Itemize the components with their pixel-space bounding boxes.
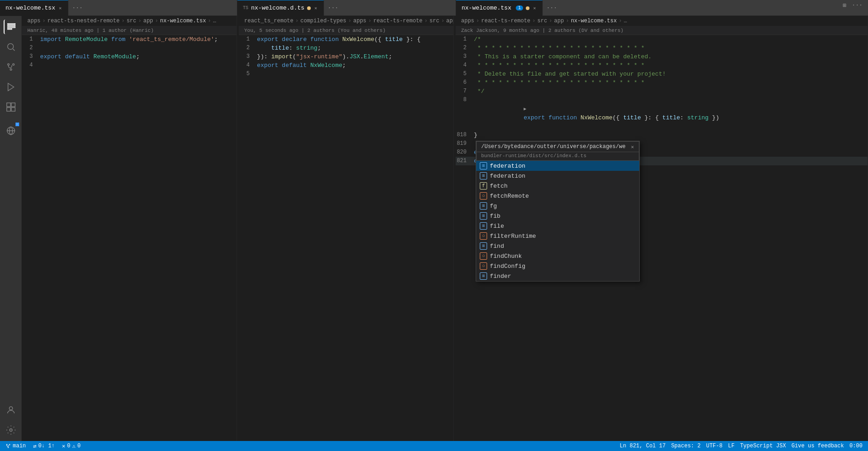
autocomplete-path-hint: /Users/bytedance/outter/universe/package… [476,141,639,152]
eol-status[interactable]: LF [728,443,734,449]
item-label: findConfig [490,263,525,270]
branch-status[interactable]: main [5,443,26,449]
svg-point-12 [6,444,7,445]
code-line: 8 ▶ export function NxWelcome({ title }:… [456,96,868,131]
code-line: 4 * * * * * * * * * * * * * * * * * * * … [456,61,868,70]
eol-label: LF [728,443,734,449]
code-area-p2[interactable]: 1 export declare function NxWelcome({ ti… [239,35,453,441]
svg-point-11 [10,429,12,431]
code-line: 2 title: string; [239,44,453,52]
autocomplete-item-fetchremote[interactable]: ○ fetchRemote [476,191,639,201]
tab-close[interactable]: ✕ [532,5,537,12]
ln-col-status[interactable]: Ln 821, Col 17 [620,443,666,449]
split-editor-btn[interactable]: ⊞ [841,0,848,16]
breadcrumb-p2: react_ts_remote› compiled-types› apps› r… [239,16,453,26]
code-line: 5 * Delete this file and get started wit… [456,70,868,78]
code-area-p3[interactable]: 1 /* 2 * * * * * * * * * * * * * * * * *… [456,35,868,441]
svg-point-13 [9,444,10,445]
sync-status[interactable]: ⇄ 0↓ 1↑ [33,443,55,450]
item-icon-e: ≡ [480,222,487,230]
tab-label: nx-welcome.tsx [5,5,55,11]
code-area-p1[interactable]: 1 import RemoteModule from 'react_ts_rem… [22,35,236,441]
code-line: 5 [239,70,453,78]
branch-icon [5,443,11,449]
feedback-label: Give us feedback [791,443,844,449]
autocomplete-dropdown: /Users/bytedance/outter/universe/package… [476,141,640,282]
activity-bottom [4,403,18,441]
remote-icon[interactable]: ! [4,123,18,138]
item-label: fg [490,203,497,210]
ln-col-label: Ln 821, Col 17 [620,443,666,449]
autocomplete-item-federation-1[interactable]: ≡ federation [476,161,639,171]
more-actions-btn[interactable]: ··· [850,0,864,16]
sync-icon: ⇄ [33,443,36,450]
item-icon-e: ≡ [480,212,487,220]
file-text: bundler-runtime/dist/src/index.d.ts [481,153,586,159]
blame-p2: You, 5 seconds ago | 2 authors (You and … [239,26,453,35]
code-line: 1 import RemoteModule from 'react_ts_rem… [22,35,236,44]
autocomplete-item-file[interactable]: ≡ file [476,221,639,231]
code-line: 6 * * * * * * * * * * * * * * * * * * * … [456,78,868,87]
branch-name: main [13,443,26,449]
tab-p3-nxwelcome-tsx[interactable]: nx-welcome.tsx 1 ✕ [456,0,543,16]
autocomplete-item-fetch[interactable]: f fetch [476,181,639,191]
item-icon-e: ≡ [480,272,487,280]
source-control-icon[interactable] [4,60,18,74]
status-bar: main ⇄ 0↓ 1↑ ✕ 0 ⚠ 0 Ln 821, Col 17 Spac… [0,441,868,451]
autocomplete-item-findchunk[interactable]: ○ findChunk [476,251,639,261]
item-label: findChunk [490,253,522,260]
tab-more-p3[interactable]: ··· [543,0,560,16]
tab-close[interactable]: ✕ [313,5,318,12]
item-icon-f: f [480,182,487,190]
item-label: finder [490,273,511,280]
breadcrumb-p3: apps› react-ts-remote› src› app› nx-welc… [456,16,868,26]
autocomplete-item-fg[interactable]: ≡ fg [476,201,639,211]
svg-point-1 [7,64,9,66]
tab-close[interactable]: ✕ [58,5,62,12]
code-line: 1 /* [456,35,868,44]
encoding-status[interactable]: UTF-8 [706,443,723,449]
code-line: 3 * This is a starter component and can … [456,52,868,61]
tab-p1-nxwelcome-tsx[interactable]: nx-welcome.tsx ✕ [0,0,68,16]
collapse-arrow[interactable]: ▶ [524,107,526,112]
sync-count: 0↓ 1↑ [38,443,55,449]
tab-more-p2[interactable]: ··· [324,0,342,16]
path-text: /Users/bytedance/outter/universe/package… [481,144,626,150]
autocomplete-item-findconfig[interactable]: ○ findConfig [476,261,639,271]
autocomplete-item-filterruntime[interactable]: ○ filterRuntime [476,231,639,241]
item-icon-o: ○ [480,262,487,270]
errors-status[interactable]: ✕ 0 ⚠ 0 [62,443,81,450]
search-icon[interactable] [4,40,18,54]
tab-p2-nxwelcome-dts[interactable]: TS nx-welcome.d.ts ✕ [237,0,324,16]
autocomplete-item-find[interactable]: ≡ find [476,241,639,251]
item-icon-o: ○ [480,232,487,240]
autocomplete-item-fib[interactable]: ≡ fib [476,211,639,221]
timer-label: 0:00 [849,443,863,449]
run-icon[interactable] [4,80,18,94]
item-label: file [490,223,504,230]
timer-status[interactable]: 0:00 [849,443,863,449]
feedback-status[interactable]: Give us feedback [791,443,844,449]
accounts-icon[interactable] [4,403,18,417]
code-line: 818 } [456,131,868,139]
svg-point-14 [8,447,9,448]
spaces-status[interactable]: Spaces: 2 [671,443,701,449]
path-hint-close[interactable]: ✕ [631,144,634,150]
settings-icon[interactable] [4,423,18,437]
autocomplete-item-federation-2[interactable]: ≡ federation [476,171,639,181]
item-label: fetchRemote [490,193,529,200]
item-icon-o: ○ [480,192,487,200]
item-label: find [490,243,504,250]
panel2-tabs: TS nx-welcome.d.ts ✕ ··· [237,0,456,16]
blame-p3: Zack Jackson, 9 months ago | 2 authors (… [456,26,868,35]
language-status[interactable]: TypeScript JSX [740,443,786,449]
tab-more-p1[interactable]: ··· [68,0,86,16]
autocomplete-item-finder[interactable]: ≡ finder [476,271,639,281]
error-count: 0 [67,443,70,449]
panel1-tabs: nx-welcome.tsx ✕ ··· [0,0,237,16]
svg-rect-7 [6,108,10,111]
editor-panel-1: apps› react-ts-nested-remote› src› app› … [22,16,237,441]
extensions-icon[interactable] [4,100,18,114]
code-line: 2 * * * * * * * * * * * * * * * * * * * … [456,44,868,52]
explorer-icon[interactable] [4,20,18,34]
